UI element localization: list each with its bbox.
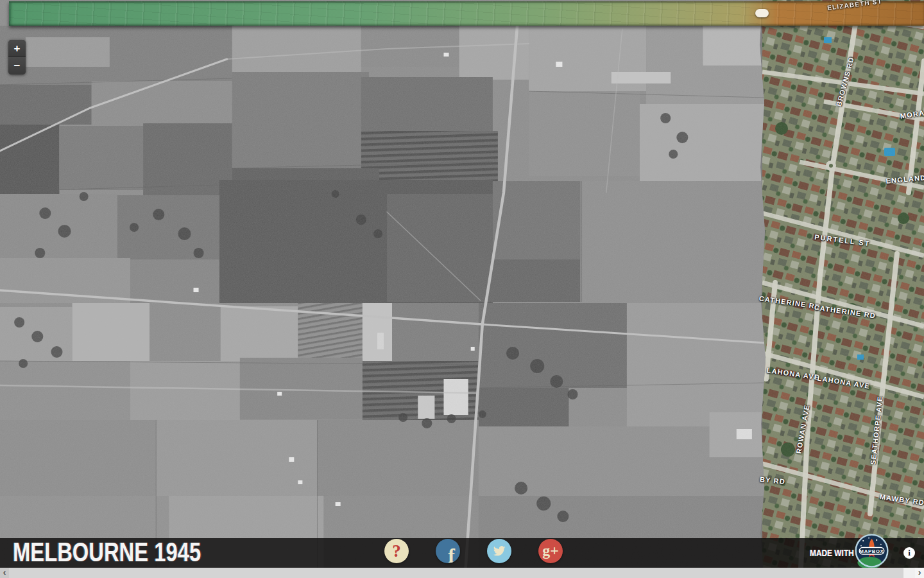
info-button[interactable]: i: [903, 547, 915, 559]
facebook-f-icon: f: [448, 544, 455, 563]
page-title: MELBOURNE 1945: [13, 537, 201, 568]
mapbox-logo-text: MAPBOX: [860, 548, 884, 554]
zoom-in-button[interactable]: +: [8, 40, 26, 57]
google-plus-share-button[interactable]: g+: [538, 539, 563, 563]
historical-aerial-map-1945[interactable]: [0, 0, 766, 568]
modern-map-top-strip: [9, 1, 924, 26]
melbourne-1945-app: ELIZABETH ST + − BROWNS RD MORA ENGLAND …: [0, 0, 924, 578]
question-mark-icon: ?: [392, 541, 401, 561]
horizontal-scrollbar[interactable]: ‹ ›: [0, 568, 924, 578]
made-with-label: MADE WITH: [810, 548, 854, 558]
twitter-bird-icon: [492, 545, 506, 557]
google-plus-icon: g+: [542, 542, 559, 559]
facebook-share-button[interactable]: f: [436, 539, 460, 563]
swipe-slider-handle-icon[interactable]: [755, 9, 769, 17]
footer-bar: MELBOURNE 1945: [0, 538, 924, 568]
scroll-right-button[interactable]: ›: [915, 568, 924, 578]
historical-aerial-imagery: [0, 0, 766, 568]
twitter-share-button[interactable]: [487, 539, 511, 563]
help-button[interactable]: ?: [384, 539, 409, 563]
scroll-left-button[interactable]: ‹: [0, 568, 9, 578]
zoom-control: + −: [8, 40, 26, 74]
info-i-icon: i: [908, 548, 911, 558]
zoom-out-button[interactable]: −: [8, 57, 26, 74]
scrollbar-thumb[interactable]: [9, 568, 903, 578]
mapbox-logo[interactable]: MAPBOX: [855, 534, 889, 568]
